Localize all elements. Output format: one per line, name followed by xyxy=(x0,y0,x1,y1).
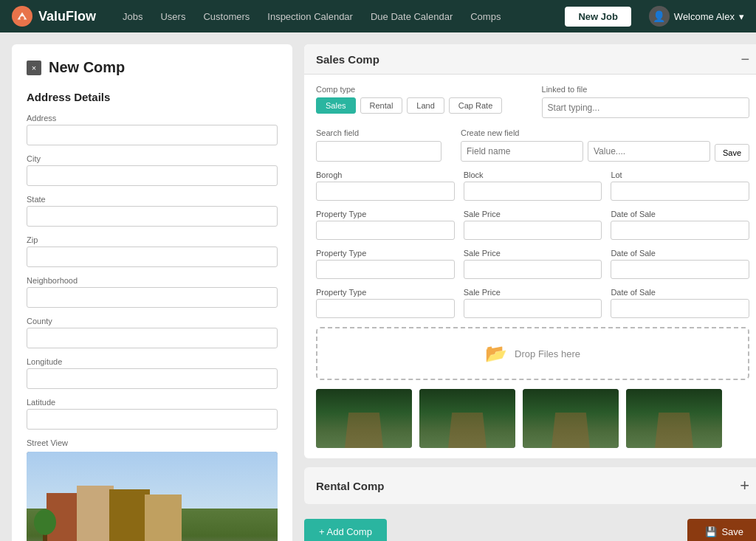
nav-customers[interactable]: Customers xyxy=(203,11,250,22)
date-of-sale-input-3[interactable] xyxy=(611,299,749,318)
block-label: Block xyxy=(464,170,602,179)
brand: ValuFlow xyxy=(12,6,96,27)
svg-point-0 xyxy=(20,16,24,20)
search-create-row: Search field Create new field Save xyxy=(316,128,749,162)
nav-comps[interactable]: Comps xyxy=(470,11,501,22)
nav-due-date-calendar[interactable]: Due Date Calendar xyxy=(371,11,453,22)
brand-name: ValuFlow xyxy=(38,9,96,24)
comp-type-label: Comp type xyxy=(316,85,524,94)
thumbnail-2[interactable] xyxy=(419,389,515,448)
lot-label: Lot xyxy=(611,170,749,179)
county-label: County xyxy=(27,317,278,325)
zip-label: Zip xyxy=(27,235,278,244)
save-label: Save xyxy=(721,526,743,537)
longitude-label: Longitude xyxy=(27,357,278,366)
thumbnail-1[interactable] xyxy=(316,389,412,448)
latitude-field: Latitude xyxy=(27,398,278,430)
neighborhood-input[interactable] xyxy=(27,287,278,308)
data-grid-row-2: Property Type Sale Price Date of Sale xyxy=(316,249,749,279)
comp-type-cap-rate[interactable]: Cap Rate xyxy=(449,97,502,114)
latitude-input[interactable] xyxy=(27,409,278,430)
new-job-button[interactable]: New Job xyxy=(565,7,630,27)
nav-jobs[interactable]: Jobs xyxy=(123,11,142,22)
comp-type-group: Comp type Sales Rental Land Cap Rate xyxy=(316,85,524,118)
left-panel: × New Comp Address Details Address City … xyxy=(12,44,292,541)
data-grid-row-3: Property Type Sale Price Date of Sale xyxy=(316,288,749,318)
thumbnail-row xyxy=(316,389,749,448)
state-input[interactable] xyxy=(27,206,278,227)
sale-price-input-3[interactable] xyxy=(464,299,602,318)
thumbnail-4[interactable] xyxy=(626,389,722,448)
prop-type-input-1[interactable] xyxy=(316,221,455,240)
borogh-input[interactable] xyxy=(316,182,455,201)
date-of-sale-input-1[interactable] xyxy=(611,221,749,240)
save-icon: 💾 xyxy=(705,526,717,537)
right-panel: Sales Comp − Comp type Sales Rental Land… xyxy=(304,44,756,541)
user-info[interactable]: 👤 Welcome Alex ▾ xyxy=(649,6,744,27)
comp-type-rental[interactable]: Rental xyxy=(360,97,403,114)
street-view-label: Street View xyxy=(27,438,278,447)
block-input[interactable] xyxy=(464,182,602,201)
save-field-button[interactable]: Save xyxy=(715,144,749,162)
field-name-input[interactable] xyxy=(461,141,583,162)
sales-comp-section: Sales Comp − Comp type Sales Rental Land… xyxy=(304,44,756,458)
nav-inspection-calendar[interactable]: Inspection Calendar xyxy=(267,11,353,22)
navbar: ValuFlow Jobs Users Customers Inspection… xyxy=(0,0,756,32)
city-input[interactable] xyxy=(27,165,278,186)
rental-comp-title: Rental Comp xyxy=(316,480,385,492)
main-layout: × New Comp Address Details Address City … xyxy=(0,32,756,541)
county-input[interactable] xyxy=(27,328,278,348)
city-field: City xyxy=(27,154,278,186)
create-new-field-label: Create new field xyxy=(461,128,583,137)
sales-comp-header: Sales Comp − xyxy=(304,44,756,75)
comp-type-land[interactable]: Land xyxy=(407,97,444,114)
address-details-title: Address Details xyxy=(27,91,278,103)
expand-rental-icon[interactable]: + xyxy=(740,476,749,495)
add-comp-button[interactable]: + Add Comp xyxy=(304,519,387,541)
sale-price-input-2[interactable] xyxy=(464,260,602,279)
neighborhood-field: Neighborhood xyxy=(27,276,278,308)
data-grid-row-1: Property Type Sale Price Date of Sale xyxy=(316,210,749,240)
folder-icon: 📂 xyxy=(485,343,507,364)
drop-zone-text: Drop Files here xyxy=(515,348,580,359)
comp-type-sales[interactable]: Sales xyxy=(316,97,356,114)
block-cell: Block xyxy=(464,170,602,201)
borogh-label: Borogh xyxy=(316,170,455,179)
value-input[interactable] xyxy=(588,141,710,162)
save-button[interactable]: 💾 Save xyxy=(687,519,756,541)
prop-type-input-3[interactable] xyxy=(316,299,455,318)
drop-zone[interactable]: 📂 Drop Files here xyxy=(316,327,749,380)
user-avatar: 👤 xyxy=(649,6,670,27)
address-input[interactable] xyxy=(27,125,278,145)
prop-type-cell-1: Property Type xyxy=(316,210,455,240)
lot-cell: Lot xyxy=(611,170,749,201)
address-label: Address xyxy=(27,114,278,123)
linked-to-file-label: Linked to file xyxy=(542,85,750,94)
nav-users[interactable]: Users xyxy=(160,11,185,22)
data-grid-container: Borogh Block Lot xyxy=(316,170,749,327)
close-icon[interactable]: × xyxy=(27,61,41,75)
state-label: State xyxy=(27,195,278,204)
linked-to-file-input[interactable] xyxy=(542,97,750,118)
sale-price-input-1[interactable] xyxy=(464,221,602,240)
date-of-sale-input-2[interactable] xyxy=(611,260,749,279)
search-field-label: Search field xyxy=(316,128,449,137)
zip-input[interactable] xyxy=(27,247,278,267)
linked-file-group: Linked to file xyxy=(542,85,750,118)
sales-comp-title: Sales Comp xyxy=(316,53,379,66)
city-label: City xyxy=(27,154,278,163)
page-title: New Comp xyxy=(49,59,125,76)
longitude-input[interactable] xyxy=(27,368,278,389)
collapse-icon[interactable]: − xyxy=(740,52,749,66)
prop-type-input-2[interactable] xyxy=(316,260,455,279)
lot-input[interactable] xyxy=(611,182,749,201)
street-view-image xyxy=(27,452,278,541)
search-field-input[interactable] xyxy=(316,141,441,162)
user-label: Welcome Alex xyxy=(674,11,735,22)
chevron-down-icon: ▾ xyxy=(739,11,744,22)
latitude-label: Latitude xyxy=(27,398,278,407)
county-field: County xyxy=(27,317,278,348)
thumbnail-3[interactable] xyxy=(523,389,619,448)
address-field: Address xyxy=(27,114,278,145)
search-field-group: Search field xyxy=(316,128,449,162)
